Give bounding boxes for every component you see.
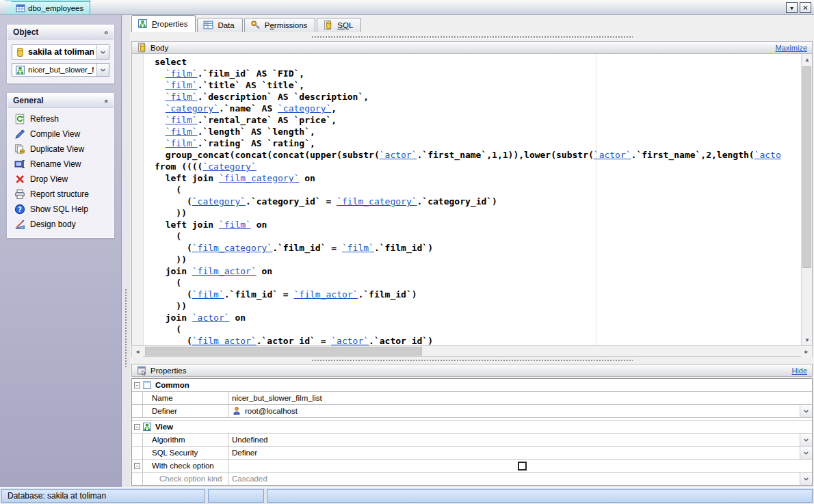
property-label: Algorithm xyxy=(142,434,228,446)
table-link[interactable]: `film_actor` xyxy=(192,266,257,276)
action-report-structure[interactable]: Report structure xyxy=(9,187,112,202)
action-design-body[interactable]: Design body xyxy=(9,217,112,232)
table-link[interactable]: `film` xyxy=(166,138,198,148)
property-row-algorithm[interactable]: AlgorithmUndefined xyxy=(132,434,812,447)
group-label: Common xyxy=(155,381,189,389)
tab-list-button[interactable]: ▾ xyxy=(786,2,798,13)
action-label: Rename View xyxy=(30,159,81,169)
action-rename-view[interactable]: Rename View xyxy=(9,157,112,172)
tab-sql[interactable]: SQL xyxy=(317,18,361,32)
table-link[interactable]: `film_category` xyxy=(192,243,272,253)
group-row-common[interactable]: − Common xyxy=(132,379,812,392)
maximize-link[interactable]: Maximize xyxy=(776,44,807,52)
property-row-check-option-kind[interactable]: Check option kindCascaded xyxy=(132,473,812,486)
dropdown-button[interactable] xyxy=(800,473,812,485)
sidebar-splitter[interactable] xyxy=(122,15,130,487)
vertical-scrollbar[interactable]: ▲ ▼ xyxy=(801,54,812,345)
property-row-name[interactable]: Namenicer_but_slower_film_list xyxy=(132,392,812,405)
table-link[interactable]: `film` xyxy=(192,289,224,300)
property-value-algorithm[interactable]: Undefined xyxy=(228,434,812,446)
table-link[interactable]: `film` xyxy=(166,127,198,137)
checkbox-unchecked[interactable] xyxy=(518,462,527,470)
property-row-sql-security[interactable]: SQL SecurityDefiner xyxy=(132,447,812,460)
property-value-with-check-option[interactable] xyxy=(228,460,812,472)
hide-link[interactable]: Hide xyxy=(791,367,807,375)
horizontal-scrollbar[interactable]: ◄ ► xyxy=(131,345,813,357)
table-link[interactable]: `film` xyxy=(219,220,251,230)
scroll-up-arrow[interactable]: ▲ xyxy=(802,54,813,65)
code-line: `film`.`description` AS `description`, xyxy=(155,91,801,103)
object-selector-dropdown-button[interactable] xyxy=(96,64,109,76)
dropdown-button[interactable] xyxy=(800,447,812,459)
table-link[interactable]: `film` xyxy=(166,92,198,102)
table-link[interactable]: `film_category` xyxy=(219,173,299,183)
tab-properties[interactable]: Properties xyxy=(131,15,196,32)
table-link[interactable]: `actor` xyxy=(192,313,230,323)
table-link[interactable]: `actor` xyxy=(594,150,631,160)
property-value-definer[interactable]: root@localhost xyxy=(228,405,812,417)
action-compile-view[interactable]: Compile View xyxy=(9,127,112,142)
splitter-grip xyxy=(311,36,633,39)
collapse-box[interactable]: − xyxy=(134,382,140,388)
top-splitter[interactable] xyxy=(130,36,814,40)
table-link[interactable]: `acto xyxy=(754,150,781,160)
table-link[interactable]: `actor` xyxy=(331,336,369,345)
table-link[interactable]: `category` xyxy=(278,103,331,114)
object-selector[interactable]: nicer_but_slower_film xyxy=(12,63,109,77)
bottom-splitter[interactable] xyxy=(130,359,814,363)
property-value-sql-security[interactable]: Definer xyxy=(228,447,812,459)
table-link[interactable]: `film` xyxy=(166,80,198,90)
table-link[interactable]: `film_actor` xyxy=(294,289,358,300)
dropdown-button[interactable] xyxy=(800,434,812,446)
close-tab-button[interactable]: ✕ xyxy=(800,2,811,13)
double-chevron-up-icon[interactable]: « xyxy=(103,99,110,103)
window-tab-dbo-employees[interactable]: dbo_employees xyxy=(4,1,90,14)
table-link[interactable]: `category` xyxy=(202,161,256,172)
action-show-sql-help[interactable]: ?Show SQL Help xyxy=(9,202,112,217)
table-link[interactable]: `film` xyxy=(166,68,198,79)
collapse-box[interactable]: − xyxy=(134,463,140,469)
sql-editor[interactable]: select `film`.`film_id` AS `FID`, `film`… xyxy=(131,54,813,345)
vertical-scroll-thumb[interactable] xyxy=(802,66,811,268)
body-doc-icon xyxy=(137,42,147,53)
code-line: )) xyxy=(155,254,801,265)
table-link[interactable]: `film_category` xyxy=(337,196,417,207)
property-row-definer[interactable]: Definerroot@localhost xyxy=(132,405,812,418)
table-link[interactable]: `film` xyxy=(342,243,374,253)
horizontal-scroll-thumb[interactable] xyxy=(145,347,422,356)
property-row-with-check-option[interactable]: − With check option xyxy=(132,460,812,473)
double-chevron-up-icon[interactable]: « xyxy=(103,31,110,34)
table-link[interactable]: `category` xyxy=(192,196,246,207)
general-panel-header[interactable]: General « xyxy=(8,94,114,108)
tab-permissions[interactable]: Permissions xyxy=(244,18,316,32)
property-value-check-option-kind[interactable]: Cascaded xyxy=(228,473,812,485)
action-refresh[interactable]: Refresh xyxy=(9,111,112,127)
table-link[interactable]: `film` xyxy=(166,115,198,125)
object-panel: Object « sakila at toliman nicer_but_slo… xyxy=(7,25,114,83)
scroll-right-arrow[interactable]: ► xyxy=(801,346,812,357)
table-link[interactable]: `category` xyxy=(166,103,219,114)
sql-code[interactable]: select `film`.`film_id` AS `FID`, `film`… xyxy=(144,56,801,345)
scroll-left-arrow[interactable]: ◄ xyxy=(132,346,143,357)
window-tab-dbo-customers[interactable]: dbo_customers xyxy=(4,0,90,1)
property-label: Check option kind xyxy=(142,473,228,485)
action-drop-view[interactable]: Drop View xyxy=(9,172,112,187)
database-selector-dropdown-button[interactable] xyxy=(96,45,109,59)
database-selector[interactable]: sakila at toliman xyxy=(12,44,109,59)
collapse-box[interactable]: − xyxy=(134,424,140,430)
body-panel-header: Body Maximize xyxy=(131,41,813,54)
object-panel-header[interactable]: Object « xyxy=(8,25,114,40)
property-value-name[interactable]: nicer_but_slower_film_list xyxy=(228,392,812,404)
group-row-view[interactable]: − View xyxy=(132,421,812,434)
code-line: `film`.`length` AS `length`, xyxy=(155,126,801,137)
action-duplicate-view[interactable]: Duplicate View xyxy=(9,142,112,157)
table-link[interactable]: `film_actor` xyxy=(192,336,257,345)
scroll-down-arrow[interactable]: ▼ xyxy=(802,334,813,345)
action-label: Duplicate View xyxy=(30,144,84,154)
object-panel-title: Object xyxy=(13,27,38,37)
table-link[interactable]: `actor` xyxy=(380,150,417,160)
code-line: (`film_category`.`film_id` = `film`.`fil… xyxy=(155,242,801,254)
user-icon xyxy=(232,406,241,416)
tab-data[interactable]: Data xyxy=(197,18,242,32)
dropdown-button[interactable] xyxy=(800,405,812,417)
